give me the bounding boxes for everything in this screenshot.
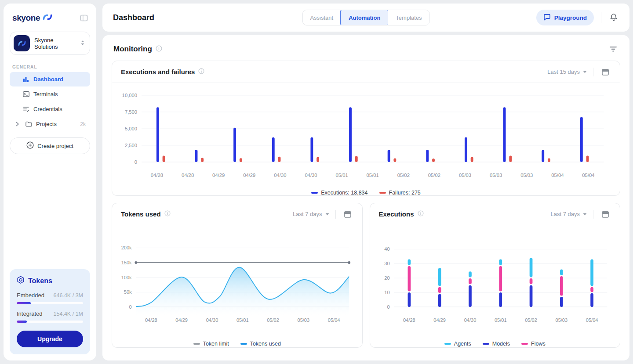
svg-text:05/03: 05/03: [490, 173, 502, 178]
sidebar: skyone Skyone Solutions: [4, 4, 96, 360]
filter-button[interactable]: [608, 44, 618, 54]
svg-text:200k: 200k: [121, 245, 132, 250]
svg-text:20: 20: [384, 275, 389, 281]
sidebar-collapse-button[interactable]: [80, 14, 88, 22]
sidebar-section-label: GENERAL: [12, 65, 90, 69]
legend-item: Token limit: [193, 341, 229, 347]
svg-text:04/30: 04/30: [305, 173, 317, 178]
sidebar-item-projects[interactable]: Projects 2k: [10, 117, 90, 131]
caret-down-icon: [583, 71, 587, 73]
folder-icon: [25, 121, 32, 127]
svg-text:04/28: 04/28: [145, 317, 157, 323]
token-row-value: 154.4K / 1M: [54, 311, 83, 317]
svg-text:04/28: 04/28: [403, 317, 415, 323]
svg-text:50k: 50k: [124, 289, 132, 295]
sidebar-item-label: Projects: [36, 121, 57, 127]
sidebar-item-terminals[interactable]: Terminals: [10, 87, 90, 101]
legend-item: Tokens used: [240, 341, 281, 347]
list-check-icon: [22, 106, 29, 112]
workspace-name: Skyone Solutions: [34, 37, 76, 50]
bar-chart-icon: [22, 76, 29, 83]
integrated-progress-bar: [17, 321, 83, 323]
svg-text:30: 30: [384, 261, 389, 266]
page-title: Dashboard: [113, 13, 154, 22]
projects-count-badge: 2k: [80, 121, 86, 127]
svg-text:0: 0: [129, 304, 131, 310]
page-header: Dashboard Assistant Automation Templates…: [102, 4, 629, 32]
svg-text:05/02: 05/02: [525, 317, 537, 323]
svg-text:05/01: 05/01: [367, 173, 379, 178]
svg-text:100k: 100k: [121, 275, 132, 280]
svg-text:05/02: 05/02: [267, 317, 279, 323]
tokens-title: Tokens: [28, 277, 52, 285]
chat-bubble-icon: [543, 14, 551, 22]
svg-text:05/01: 05/01: [236, 317, 249, 323]
skyone-swoosh-icon: [42, 14, 53, 22]
calendar-button[interactable]: [600, 66, 611, 78]
range-select[interactable]: Last 7 days: [551, 211, 587, 217]
create-project-label: Create project: [37, 143, 73, 149]
sidebar-item-label: Credentials: [33, 106, 62, 112]
svg-text:04/29: 04/29: [433, 317, 446, 323]
svg-text:04/29: 04/29: [175, 317, 188, 323]
svg-text:5,000: 5,000: [125, 126, 137, 131]
header-divider: [601, 12, 601, 23]
range-select[interactable]: Last 15 days: [547, 68, 587, 75]
tab-templates[interactable]: Templates: [388, 10, 429, 25]
logo-text: skyone: [12, 13, 40, 23]
executions-by-type-card: Executions Last 7 days: [370, 203, 621, 348]
svg-text:0: 0: [135, 159, 137, 165]
plus-circle-icon: [26, 141, 34, 150]
svg-text:05/02: 05/02: [428, 173, 440, 178]
tokens-used-legend: Token limitTokens used: [112, 337, 362, 351]
svg-text:04/28: 04/28: [182, 173, 194, 178]
notifications-bell-button[interactable]: [608, 12, 619, 23]
calendar-button[interactable]: [342, 209, 353, 220]
monitoring-section: Monitoring Executions and failures: [102, 35, 629, 360]
tab-automation[interactable]: Automation: [340, 10, 389, 25]
svg-text:04/29: 04/29: [212, 173, 225, 178]
playground-label: Playground: [554, 14, 587, 21]
token-row-label: Integrated: [17, 310, 43, 317]
svg-text:04/29: 04/29: [243, 173, 255, 178]
info-icon: [156, 45, 162, 54]
embedded-progress-bar: [17, 302, 83, 304]
svg-text:0: 0: [387, 304, 389, 310]
sidebar-item-label: Terminals: [33, 91, 58, 97]
legend-item: Executions: 18,834: [311, 190, 367, 196]
svg-text:04/30: 04/30: [274, 173, 286, 178]
executions-failures-legend: Executions: 18,834Failures: 275: [112, 186, 620, 200]
workspace-selector[interactable]: Skyone Solutions: [10, 32, 90, 55]
caret-down-icon: [325, 213, 329, 216]
executions-failures-card: Executions and failures Last 15 days: [112, 61, 620, 196]
terminal-icon: [22, 91, 29, 97]
svg-text:04/28: 04/28: [151, 173, 163, 178]
chevron-right-icon: [14, 122, 21, 126]
svg-text:10,000: 10,000: [122, 93, 137, 98]
upgrade-button[interactable]: Upgrade: [17, 331, 83, 347]
svg-text:05/02: 05/02: [397, 173, 410, 178]
svg-text:05/04: 05/04: [586, 317, 598, 323]
tab-assistant[interactable]: Assistant: [302, 10, 341, 25]
tokens-used-chart: 050k100k150k200k04/2804/2904/3005/0105/0…: [112, 225, 362, 337]
sidebar-item-dashboard[interactable]: Dashboard: [10, 72, 90, 86]
chart-title: Executions: [379, 210, 414, 218]
legend-item: Flows: [521, 341, 546, 347]
range-select[interactable]: Last 7 days: [293, 211, 329, 217]
tokens-used-card: Tokens used Last 7 days: [112, 203, 363, 348]
create-project-button[interactable]: Create project: [10, 137, 90, 154]
svg-text:05/03: 05/03: [555, 317, 568, 323]
legend-item: Failures: 275: [379, 190, 421, 196]
caret-down-icon: [583, 213, 587, 216]
executions-by-type-chart: 01020304004/2804/2904/3005/0105/0205/030…: [370, 225, 620, 337]
calendar-button[interactable]: [600, 209, 611, 220]
svg-text:05/03: 05/03: [520, 173, 533, 178]
svg-text:7,500: 7,500: [125, 109, 137, 115]
info-icon: [198, 68, 204, 76]
svg-text:10: 10: [384, 290, 389, 295]
svg-text:150k: 150k: [121, 260, 132, 265]
sidebar-item-credentials[interactable]: Credentials: [10, 102, 90, 116]
svg-text:05/04: 05/04: [551, 173, 564, 178]
chart-title: Executions and failures: [121, 68, 195, 76]
playground-button[interactable]: Playground: [536, 10, 594, 25]
